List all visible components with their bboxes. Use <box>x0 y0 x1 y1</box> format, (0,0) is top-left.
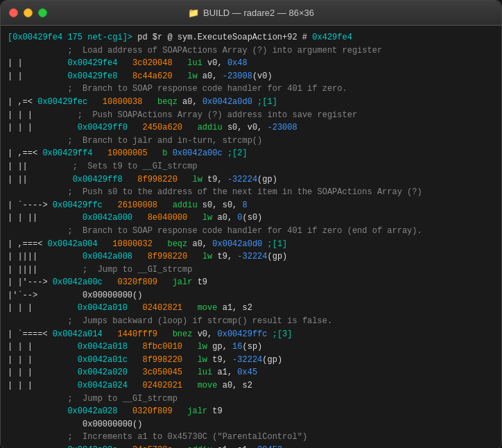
line-24: | | | 0x0042a018 8fbc0010 lw gp, 16(sp) <box>8 341 494 354</box>
line-9: | ,==< 0x00429ff4 10000005 b 0x0042a00c … <box>8 147 494 160</box>
folder-icon: 📁 <box>188 8 199 18</box>
line-3: | | 0x00429fe8 8c44a620 lw a0, -23008(v0… <box>8 70 494 83</box>
line-26: | | | 0x0042a020 3c050045 lui a1, 0x45 <box>8 366 494 379</box>
maximize-button[interactable] <box>38 8 47 17</box>
line-comment-9: ; Jumps backward (loop) if strcmp() resu… <box>8 315 494 328</box>
line-comment-10: ; Jump to __GI_strcmp <box>8 393 494 406</box>
line-23: | `====< 0x0042a014 1440fff9 bnez v0, 0x… <box>8 328 494 341</box>
close-button[interactable] <box>9 8 18 17</box>
line-16: | ,===< 0x0042a004 10800032 beqz a0, 0x0… <box>8 238 494 251</box>
title-label: BUILD — radare2 — 86×36 <box>203 8 314 18</box>
line-5: | ,=< 0x00429fec 10800038 beqz a0, 0x004… <box>8 96 494 109</box>
line-20: |'`--> 0x00000000() <box>8 289 494 302</box>
line-29: 0x0042a028 0320f809 jalr t9 <box>8 405 494 418</box>
terminal-window: 📁 BUILD — radare2 — 86×36 [0x00429fe4 17… <box>0 0 502 448</box>
line-comment-4: ; Branch to jalr and in-turn, strcmp() <box>8 135 494 148</box>
line-30: 0x00000000() <box>8 418 494 431</box>
line-comment-2: ; Branch to SOAP response code handler f… <box>8 83 494 96</box>
line-comment-3: | | | ; Push SOAPActions Array (?) addre… <box>8 109 494 122</box>
line-32: 0x0042a02c 24a5730c addiu a1, a1, 29452 <box>8 444 494 448</box>
line-comment-11: ; Increments a1 to 0x45730C ("ParentalCo… <box>8 431 494 444</box>
line-comment-5: | || ; Sets t9 to __GI_strcmp <box>8 160 494 173</box>
window-title: 📁 BUILD — radare2 — 86×36 <box>188 8 314 18</box>
line-21: | | | 0x0042a010 02402821 move a1, s2 <box>8 302 494 315</box>
line-7: | | | 0x00429ff0 2450a620 addiu s0, v0, … <box>8 121 494 135</box>
minimize-button[interactable] <box>24 8 33 17</box>
line-27: | | | 0x0042a024 02402021 move a0, s2 <box>8 379 494 393</box>
line-13: | `----> 0x00429ffc 26100008 addiu s0, s… <box>8 199 494 212</box>
traffic-lights[interactable] <box>9 8 47 17</box>
line-comment-1: ; Load address of SOAPActions Array (?) … <box>8 44 494 58</box>
line-11: | || 0x00429ff8 8f998220 lw t9, -32224(g… <box>8 173 494 187</box>
line-14: | | || 0x0042a000 8e040000 lw a0, 0(s0) <box>8 212 494 225</box>
line-25: | | | 0x0042a01c 8f998220 lw t9, -32224(… <box>8 354 494 367</box>
line-2: | | 0x00429fe4 3c020048 lui v0, 0x48 <box>8 57 494 70</box>
line-19: | |'---> 0x0042a00c 0320f809 jalr t9 <box>8 276 494 289</box>
titlebar: 📁 BUILD — radare2 — 86×36 <box>1 1 501 26</box>
line-comment-6: ; Push s0 to the address of the next ite… <box>8 186 494 199</box>
line-17: | |||| 0x0042a008 8f998220 lw t9, -32224… <box>8 250 494 264</box>
line-comment-7: ; Branch to SOAP response code handler f… <box>8 225 494 238</box>
terminal-content[interactable]: [0x00429fe4 175 net-cgi]> pd $r @ sym.Ex… <box>1 26 501 448</box>
line-comment-8: | |||| ; Jump to __GI_strcmp <box>8 264 494 277</box>
prompt-line: [0x00429fe4 175 net-cgi]> pd $r @ sym.Ex… <box>8 31 494 44</box>
